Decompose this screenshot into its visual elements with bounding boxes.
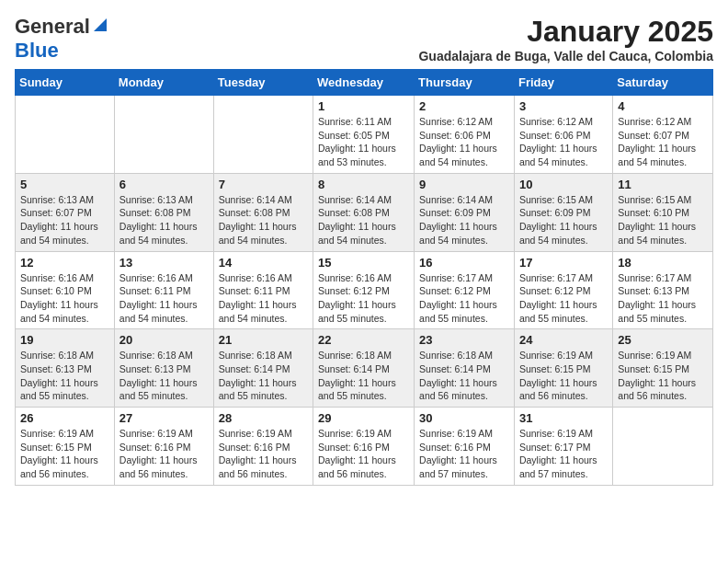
calendar-cell: 18Sunrise: 6:17 AM Sunset: 6:13 PM Dayli… [613,251,713,329]
calendar-cell: 20Sunrise: 6:18 AM Sunset: 6:13 PM Dayli… [114,329,213,408]
calendar-cell: 21Sunrise: 6:18 AM Sunset: 6:14 PM Dayli… [213,329,313,408]
weekday-header-monday: Monday [114,70,213,96]
calendar-cell: 24Sunrise: 6:19 AM Sunset: 6:15 PM Dayli… [514,329,612,408]
day-info: Sunrise: 6:16 AM Sunset: 6:11 PM Dayligh… [219,271,308,326]
calendar-week-row: 19Sunrise: 6:18 AM Sunset: 6:13 PM Dayli… [16,329,713,408]
title-area: January 2025 Guadalajara de Buga, Valle … [418,15,713,63]
calendar-cell: 26Sunrise: 6:19 AM Sunset: 6:15 PM Dayli… [16,408,115,486]
calendar-week-row: 5Sunrise: 6:13 AM Sunset: 6:07 PM Daylig… [16,173,713,251]
day-info: Sunrise: 6:12 AM Sunset: 6:06 PM Dayligh… [519,115,608,169]
calendar-cell: 10Sunrise: 6:15 AM Sunset: 6:09 PM Dayli… [514,173,612,251]
day-number: 21 [219,333,308,347]
day-info: Sunrise: 6:16 AM Sunset: 6:12 PM Dayligh… [318,271,409,326]
day-info: Sunrise: 6:19 AM Sunset: 6:16 PM Dayligh… [419,427,509,481]
calendar-cell: 22Sunrise: 6:18 AM Sunset: 6:14 PM Dayli… [313,329,415,408]
day-info: Sunrise: 6:14 AM Sunset: 6:08 PM Dayligh… [318,193,409,247]
calendar-cell [114,96,213,174]
calendar-cell: 30Sunrise: 6:19 AM Sunset: 6:16 PM Dayli… [415,408,515,486]
day-number: 15 [318,256,409,270]
calendar-cell: 23Sunrise: 6:18 AM Sunset: 6:14 PM Dayli… [415,329,515,408]
weekday-header-row: SundayMondayTuesdayWednesdayThursdayFrid… [16,70,713,96]
day-info: Sunrise: 6:17 AM Sunset: 6:12 PM Dayligh… [519,271,608,326]
day-info: Sunrise: 6:19 AM Sunset: 6:16 PM Dayligh… [318,427,409,481]
day-info: Sunrise: 6:19 AM Sunset: 6:16 PM Dayligh… [119,427,209,481]
day-info: Sunrise: 6:18 AM Sunset: 6:14 PM Dayligh… [318,349,409,403]
calendar-cell: 7Sunrise: 6:14 AM Sunset: 6:08 PM Daylig… [213,173,313,251]
calendar-cell: 5Sunrise: 6:13 AM Sunset: 6:07 PM Daylig… [16,173,115,251]
day-info: Sunrise: 6:17 AM Sunset: 6:12 PM Dayligh… [419,271,509,326]
day-number: 18 [618,256,708,270]
day-info: Sunrise: 6:18 AM Sunset: 6:14 PM Dayligh… [419,349,509,403]
day-number: 9 [419,178,509,191]
day-number: 8 [318,178,409,191]
day-number: 29 [318,411,409,425]
calendar-week-row: 12Sunrise: 6:16 AM Sunset: 6:10 PM Dayli… [16,251,713,329]
weekday-header-friday: Friday [514,70,612,96]
day-info: Sunrise: 6:19 AM Sunset: 6:17 PM Dayligh… [519,427,608,481]
day-info: Sunrise: 6:17 AM Sunset: 6:13 PM Dayligh… [618,271,708,326]
calendar-cell [613,408,713,486]
calendar-cell [16,96,115,174]
calendar-cell: 8Sunrise: 6:14 AM Sunset: 6:08 PM Daylig… [313,173,415,251]
calendar-week-row: 1Sunrise: 6:11 AM Sunset: 6:05 PM Daylig… [16,96,713,174]
calendar-cell: 12Sunrise: 6:16 AM Sunset: 6:10 PM Dayli… [16,251,115,329]
day-info: Sunrise: 6:13 AM Sunset: 6:08 PM Dayligh… [119,193,209,247]
day-number: 27 [119,411,209,425]
calendar-cell: 27Sunrise: 6:19 AM Sunset: 6:16 PM Dayli… [114,408,213,486]
calendar-cell: 16Sunrise: 6:17 AM Sunset: 6:12 PM Dayli… [415,251,515,329]
day-number: 19 [20,333,109,347]
month-title: January 2025 [418,15,713,49]
day-number: 28 [219,411,308,425]
day-number: 5 [20,178,109,191]
day-number: 22 [318,333,409,347]
day-number: 25 [618,333,708,347]
day-number: 23 [419,333,509,347]
calendar-cell: 25Sunrise: 6:19 AM Sunset: 6:15 PM Dayli… [613,329,713,408]
day-info: Sunrise: 6:14 AM Sunset: 6:09 PM Dayligh… [419,193,509,247]
calendar-week-row: 26Sunrise: 6:19 AM Sunset: 6:15 PM Dayli… [16,408,713,486]
calendar-cell: 3Sunrise: 6:12 AM Sunset: 6:06 PM Daylig… [514,96,612,174]
day-number: 4 [618,99,708,113]
day-info: Sunrise: 6:13 AM Sunset: 6:07 PM Dayligh… [20,193,109,247]
day-number: 11 [618,178,708,191]
calendar-cell [213,96,313,174]
day-number: 20 [119,333,209,347]
day-info: Sunrise: 6:11 AM Sunset: 6:05 PM Dayligh… [318,115,409,169]
calendar-cell: 19Sunrise: 6:18 AM Sunset: 6:13 PM Dayli… [16,329,115,408]
day-info: Sunrise: 6:19 AM Sunset: 6:15 PM Dayligh… [519,349,608,403]
calendar-cell: 11Sunrise: 6:15 AM Sunset: 6:10 PM Dayli… [613,173,713,251]
day-number: 7 [219,178,308,191]
weekday-header-wednesday: Wednesday [313,70,415,96]
day-number: 12 [20,256,109,270]
calendar-cell: 14Sunrise: 6:16 AM Sunset: 6:11 PM Dayli… [213,251,313,329]
day-info: Sunrise: 6:18 AM Sunset: 6:13 PM Dayligh… [20,349,109,403]
day-info: Sunrise: 6:19 AM Sunset: 6:15 PM Dayligh… [20,427,109,481]
day-number: 10 [519,178,608,191]
weekday-header-thursday: Thursday [415,70,515,96]
calendar-cell: 28Sunrise: 6:19 AM Sunset: 6:16 PM Dayli… [213,408,313,486]
calendar-cell: 9Sunrise: 6:14 AM Sunset: 6:09 PM Daylig… [415,173,515,251]
weekday-header-tuesday: Tuesday [213,70,313,96]
day-info: Sunrise: 6:18 AM Sunset: 6:13 PM Dayligh… [119,349,209,403]
day-info: Sunrise: 6:14 AM Sunset: 6:08 PM Dayligh… [219,193,308,247]
logo: General Blue [15,15,108,63]
day-number: 2 [419,99,509,113]
calendar-cell: 4Sunrise: 6:12 AM Sunset: 6:07 PM Daylig… [613,96,713,174]
day-info: Sunrise: 6:12 AM Sunset: 6:06 PM Dayligh… [419,115,509,169]
day-info: Sunrise: 6:18 AM Sunset: 6:14 PM Dayligh… [219,349,308,403]
day-info: Sunrise: 6:19 AM Sunset: 6:15 PM Dayligh… [618,349,708,403]
day-number: 30 [419,411,509,425]
day-number: 17 [519,256,608,270]
svg-marker-0 [94,18,107,31]
calendar-cell: 17Sunrise: 6:17 AM Sunset: 6:12 PM Dayli… [514,251,612,329]
weekday-header-saturday: Saturday [613,70,713,96]
calendar-cell: 6Sunrise: 6:13 AM Sunset: 6:08 PM Daylig… [114,173,213,251]
day-number: 13 [119,256,209,270]
calendar-cell: 13Sunrise: 6:16 AM Sunset: 6:11 PM Dayli… [114,251,213,329]
calendar-cell: 31Sunrise: 6:19 AM Sunset: 6:17 PM Dayli… [514,408,612,486]
day-number: 24 [519,333,608,347]
calendar-cell: 29Sunrise: 6:19 AM Sunset: 6:16 PM Dayli… [313,408,415,486]
weekday-header-sunday: Sunday [16,70,115,96]
logo-triangle-icon [92,17,108,37]
day-number: 26 [20,411,109,425]
